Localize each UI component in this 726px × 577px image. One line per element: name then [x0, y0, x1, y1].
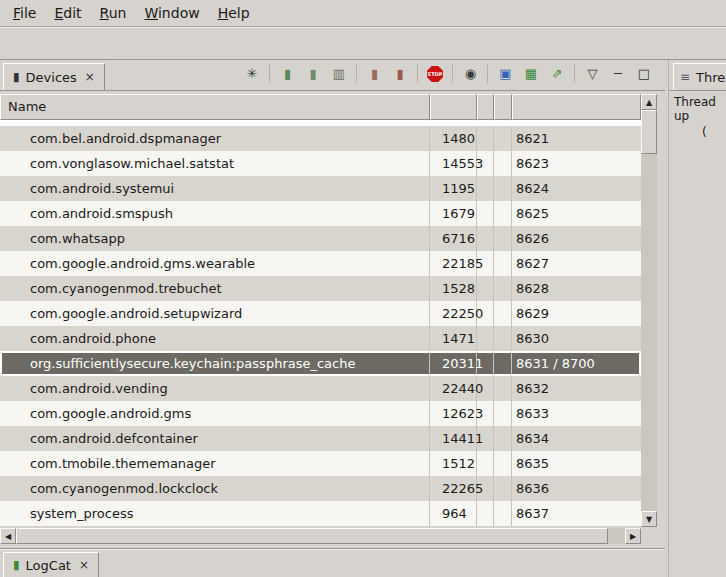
cell-spacer1: [477, 501, 494, 526]
process-name: com.android.phone: [0, 326, 430, 351]
devices-panel: ▮ Devices × ✳▮▮▥▮▮STOP◉▣▦⇗▽─□ Name com.b…: [0, 60, 665, 577]
menu-bar: FileEditRunWindowHelp: [0, 0, 726, 27]
cell-spacer2: [494, 251, 512, 276]
process-port: 8632: [512, 376, 641, 401]
cell-spacer1: [477, 401, 494, 426]
tab-threads[interactable]: ≡ Threads: [673, 63, 726, 90]
cell-spacer1: [477, 426, 494, 451]
table-row[interactable]: com.cyanogenmod.trebuchet 1528 8628: [0, 276, 641, 301]
scroll-left-icon[interactable]: ◀: [0, 528, 16, 544]
cell-spacer1: [477, 351, 494, 376]
table-row[interactable]: org.sufficientlysecure.keychain:passphra…: [0, 351, 641, 376]
table-row[interactable]: com.cyanogenmod.lockclock 22265 8636: [0, 476, 641, 501]
table-row[interactable]: com.android.phone 1471 8630: [0, 326, 641, 351]
menu-window[interactable]: Window: [135, 2, 208, 24]
process-name: com.whatsapp: [0, 226, 430, 251]
horizontal-scroll-track[interactable]: [16, 528, 625, 544]
close-icon[interactable]: ×: [83, 70, 95, 84]
horizontal-scroll-thumb[interactable]: [16, 528, 608, 544]
table-row[interactable]: com.android.systemui 1195 8624: [0, 176, 641, 201]
update-threads-icon[interactable]: ▮: [356, 65, 383, 83]
column-header-name[interactable]: Name: [0, 94, 430, 120]
process-pid: 22440: [430, 376, 477, 401]
screen-capture-icon[interactable]: ◉: [452, 65, 479, 83]
update-heap-icon[interactable]: ▮: [269, 65, 296, 83]
start-opengl-trace-icon[interactable]: ⇗: [548, 65, 566, 83]
close-icon[interactable]: ×: [77, 558, 89, 572]
cause-gc-icon[interactable]: ▥: [330, 65, 348, 83]
process-pid: 1679: [430, 201, 477, 226]
start-method-profiling-icon[interactable]: ▮: [391, 65, 409, 83]
table-row[interactable]: system_process 964 8637: [0, 501, 641, 526]
process-port: 8625: [512, 201, 641, 226]
column-header-pid[interactable]: [430, 94, 477, 120]
process-port: 8636: [512, 476, 641, 501]
threads-panel: ≡ Threads Thread up (: [668, 60, 726, 577]
column-header-port[interactable]: [512, 94, 641, 120]
logcat-panel: ▮ LogCat ×: [0, 548, 665, 577]
tab-logcat[interactable]: ▮ LogCat ×: [3, 552, 99, 577]
scroll-down-icon[interactable]: ▼: [641, 511, 657, 527]
logcat-tab-label: LogCat: [26, 558, 71, 573]
process-pid: 22185: [430, 251, 477, 276]
process-port: 8621: [512, 126, 641, 151]
maximize-icon[interactable]: □: [635, 65, 653, 83]
menu-edit[interactable]: Edit: [45, 2, 90, 24]
vertical-scroll-track[interactable]: [641, 110, 657, 511]
vertical-scroll-thumb[interactable]: [641, 110, 657, 154]
scroll-right-icon[interactable]: ▶: [625, 528, 641, 544]
devices-tab-label: Devices: [26, 70, 77, 85]
cell-spacer2: [494, 376, 512, 401]
table-row[interactable]: com.google.android.setupwizard 22250 862…: [0, 301, 641, 326]
table-row[interactable]: com.vonglasow.michael.satstat 14553 8623: [0, 151, 641, 176]
view-menu-icon[interactable]: ▽: [574, 65, 601, 83]
dump-view-hierarchy-icon[interactable]: ▣: [487, 65, 514, 83]
process-port: 8628: [512, 276, 641, 301]
process-port: 8630: [512, 326, 641, 351]
threads-tab-bar: ≡ Threads: [669, 60, 726, 91]
minimize-icon[interactable]: ─: [609, 65, 627, 83]
cell-spacer1: [477, 226, 494, 251]
cell-spacer1: [477, 201, 494, 226]
cell-spacer1: [477, 176, 494, 201]
table-row[interactable]: com.android.smspush 1679 8625: [0, 201, 641, 226]
stop-process-icon[interactable]: STOP: [417, 65, 444, 83]
table-row[interactable]: com.whatsapp 6716 8626: [0, 226, 641, 251]
table-row[interactable]: com.tmobile.thememanager 1512 8635: [0, 451, 641, 476]
table-row[interactable]: com.google.android.gms 12623 8633: [0, 401, 641, 426]
scroll-up-icon[interactable]: ▲: [641, 94, 657, 110]
cell-spacer1: [477, 301, 494, 326]
cell-spacer2: [494, 201, 512, 226]
process-pid: 6716: [430, 226, 477, 251]
cell-spacer2: [494, 126, 512, 151]
menu-file[interactable]: File: [4, 2, 45, 24]
capture-system-info-icon[interactable]: ▦: [522, 65, 540, 83]
threads-message-line2: (: [674, 125, 726, 139]
table-row[interactable]: com.google.android.gms.wearable 22185 86…: [0, 251, 641, 276]
vertical-scrollbar[interactable]: ▲ ▼: [641, 94, 657, 527]
menu-run[interactable]: Run: [91, 2, 136, 24]
process-port: 8627: [512, 251, 641, 276]
logcat-tab-icon: ▮: [13, 559, 20, 571]
table-row[interactable]: com.bel.android.dspmanager 1480 8621: [0, 126, 641, 151]
process-pid: 1480: [430, 126, 477, 151]
tab-devices[interactable]: ▮ Devices ×: [3, 63, 105, 90]
process-table: com.bel.android.dspmanager 1480 8621 com…: [0, 120, 641, 526]
process-name: org.sufficientlysecure.keychain:passphra…: [0, 351, 430, 376]
horizontal-scrollbar[interactable]: ◀ ▶: [0, 528, 641, 544]
dump-hprof-icon[interactable]: ▮: [304, 65, 322, 83]
process-name: com.android.defcontainer: [0, 426, 430, 451]
process-name: com.android.smspush: [0, 201, 430, 226]
main-toolbar: [0, 27, 726, 60]
process-name: system_process: [0, 501, 430, 526]
cell-spacer1: [477, 476, 494, 501]
cell-spacer2: [494, 401, 512, 426]
process-name: com.google.android.gms: [0, 401, 430, 426]
table-row[interactable]: com.android.vending 22440 8632: [0, 376, 641, 401]
process-name: com.android.vending: [0, 376, 430, 401]
debug-process-icon[interactable]: ✳: [243, 65, 261, 83]
menu-help[interactable]: Help: [209, 2, 259, 24]
cell-spacer1: [477, 376, 494, 401]
table-row[interactable]: com.android.defcontainer 14411 8634: [0, 426, 641, 451]
process-pid: 14411: [430, 426, 477, 451]
